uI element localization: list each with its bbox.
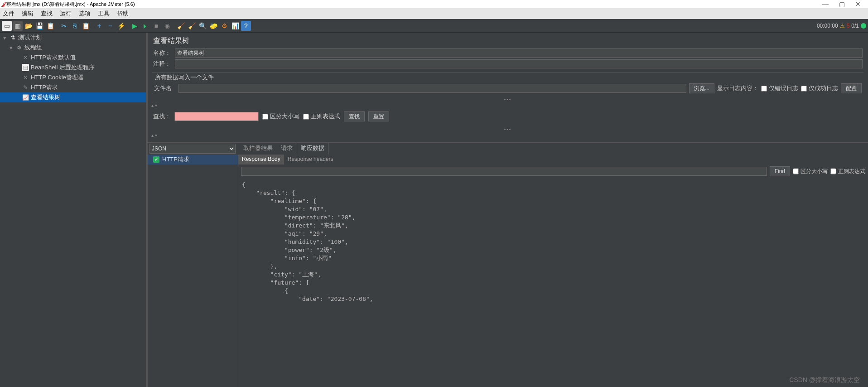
tree-thread-group[interactable]: ▾⚙ 线程组 [0,43,146,53]
menu-file[interactable]: 文件 [3,10,14,18]
filename-input[interactable] [178,84,686,93]
save-icon[interactable]: 💾 [34,21,44,31]
clear-all-icon[interactable]: 🧹 [187,21,197,31]
name-input[interactable] [175,48,863,58]
result-sample-item[interactable]: ✔ HTTP请求 [148,155,238,164]
shutdown-icon[interactable]: ◉ [162,21,172,31]
error-count: 5 [847,23,850,29]
success-icon: ✔ [153,156,159,163]
script-icon: ▤ [22,64,29,71]
search-case-checkbox[interactable]: 区分大小写 [262,112,299,121]
remove-icon[interactable]: − [105,21,115,31]
menu-help[interactable]: 帮助 [117,10,129,18]
tab-request[interactable]: 请求 [277,142,297,155]
response-body-text[interactable]: { "result": { "realtime": { "wid": "07",… [238,178,868,387]
warning-icon[interactable]: ⚠ [840,23,845,29]
response-find-button[interactable]: Find [770,166,790,176]
reset-button[interactable]: 重置 [368,111,389,121]
minimize-button[interactable]: — [817,0,834,8]
function-helper-icon[interactable]: ⚙ [219,21,229,31]
collapse-handle[interactable]: ▴ ▾ [148,133,868,138]
save-as-icon[interactable]: 📋 [45,21,55,31]
browse-button[interactable]: 浏览... [689,83,714,93]
file-section-header: 所有数据写入一个文件 [152,73,863,82]
search-regex-checkbox[interactable]: 正则表达式 [303,112,340,121]
search-icon[interactable]: 🔍 [198,21,207,31]
help-icon[interactable]: ? [241,21,251,31]
thread-ratio: 0/1 [851,23,859,29]
menu-search[interactable]: 查找 [41,10,53,18]
open-icon[interactable]: 📂 [24,21,34,31]
subtab-response-headers[interactable]: Response headers [284,155,337,164]
response-find-input[interactable] [241,167,767,176]
tree-view-results-tree[interactable]: 📈 查看结果树 [0,92,146,102]
collapse-handle[interactable]: ▴ ▾ [148,103,868,108]
menu-tools[interactable]: 工具 [98,10,110,18]
run-icon[interactable]: ▶ [130,21,140,31]
window-title: 察看结果树.jmx (D:\察看结果树.jmx) - Apache JMeter… [6,1,135,8]
menu-edit[interactable]: 编辑 [22,10,34,18]
templates-icon[interactable]: ▥ [13,21,23,31]
clear-icon[interactable]: 🧹 [176,21,186,31]
copy-icon[interactable]: ⎘ [70,21,80,31]
subtab-response-body[interactable]: Response Body [238,155,284,164]
tab-sampler-result[interactable]: 取样器结果 [239,142,277,155]
separator: ••• [148,97,868,102]
content-pane: 查看结果树 名称： 注释： 所有数据写入一个文件 文件名 浏览... 显示日志内… [148,33,868,387]
separator: ••• [148,127,868,132]
elapsed-time: 00:00:00 [817,23,838,29]
search-button[interactable]: 查找 [344,111,365,121]
configure-button[interactable]: 配置 [841,83,862,93]
toolbar: ▭ ▥ 📂 💾 📋 ✂ ⎘ 📋 + − ⚡ ▶ ⏵ ■ ◉ 🧹 🧹 🔍 🧽 ⚙ … [0,19,868,33]
tree-test-plan[interactable]: ▾⚗ 测试计划 [0,33,146,43]
only-success-checkbox[interactable]: 仅成功日志 [801,84,838,92]
paste-icon[interactable]: 📋 [81,21,91,31]
flask-icon: ⚗ [9,34,16,41]
menu-bar: 文件 编辑 查找 运行 选项 工具 帮助 [0,8,868,19]
filename-label: 文件名 [154,84,176,92]
reset-search-icon[interactable]: 🧽 [208,21,218,31]
add-icon[interactable]: + [94,21,104,31]
cut-icon[interactable]: ✂ [59,21,69,31]
disable-icon[interactable]: ⚡ [116,21,126,31]
tree-cookie-manager[interactable]: ✕ HTTP Cookie管理器 [0,73,146,82]
tree-http-defaults[interactable]: ✕ HTTP请求默认值 [0,53,146,63]
app-icon: 𝒥 [2,1,5,7]
test-plan-tree[interactable]: ▾⚗ 测试计划 ▾⚙ 线程组 ✕ HTTP请求默认值 ▤ BeanShell 后… [0,33,148,387]
only-errors-checkbox[interactable]: 仅错误日志 [761,84,798,92]
tree-beanshell-post[interactable]: ▤ BeanShell 后置处理程序 [0,63,146,73]
tree-http-request[interactable]: ✎ HTTP请求 [0,82,146,92]
show-log-label: 显示日志内容： [717,84,758,92]
config-icon: ✕ [22,54,29,61]
render-format-select[interactable]: JSON [149,144,236,154]
result-sample-tree[interactable]: ✔ HTTP请求 [148,155,238,387]
config-icon: ✕ [22,74,29,81]
tab-response-data[interactable]: 响应数据 [297,142,328,155]
name-label: 名称： [153,49,171,57]
gear-icon: ⚙ [15,44,23,51]
stop-icon[interactable]: ■ [151,21,161,31]
close-button[interactable]: ✕ [850,0,866,8]
menu-run[interactable]: 运行 [60,10,72,18]
menu-options[interactable]: 选项 [79,10,91,18]
new-icon[interactable]: ▭ [2,21,12,31]
comment-label: 注释： [153,60,171,68]
search-label: 查找： [153,112,171,121]
report-icon[interactable]: 📊 [230,21,240,31]
run-no-timer-icon[interactable]: ⏵ [140,21,150,31]
listener-icon: 📈 [22,94,29,101]
panel-title: 查看结果树 [148,33,868,48]
sampler-icon: ✎ [22,84,29,91]
maximize-button[interactable]: ▢ [834,0,850,8]
response-find-regex-checkbox[interactable]: 正则表达式 [830,167,865,176]
watermark: CSDN @撑着海浪游太空 [789,376,860,384]
status-indicator-icon [861,23,866,29]
search-input[interactable] [174,112,259,121]
comment-input[interactable] [175,59,863,68]
response-find-case-checkbox[interactable]: 区分大小写 [793,167,828,176]
title-bar: 𝒥 察看结果树.jmx (D:\察看结果树.jmx) - Apache JMet… [0,0,868,8]
